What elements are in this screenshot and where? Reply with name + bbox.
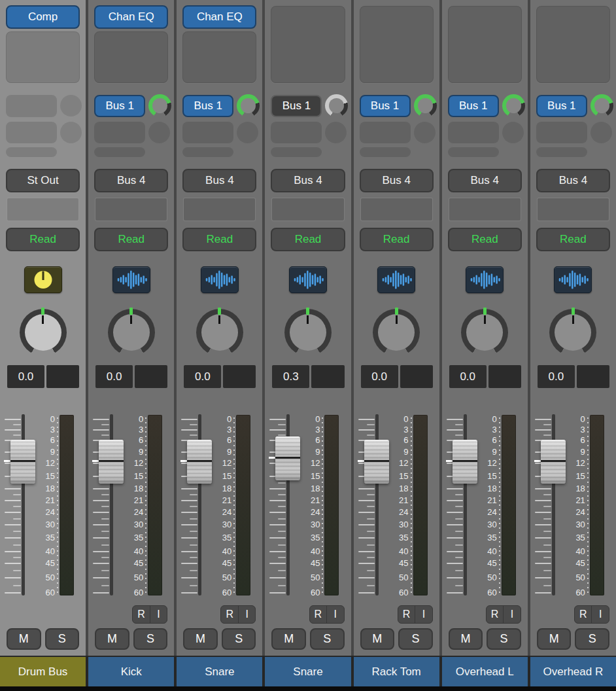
volume-display[interactable]: 0.0 [184,365,221,388]
send-level-knob[interactable] [502,94,525,117]
send-slot-collapsed[interactable] [448,147,499,157]
peak-display[interactable] [488,365,521,388]
audio-fx-area[interactable] [94,31,168,83]
solo-button[interactable]: S [222,628,256,650]
empty-send-slot[interactable] [271,122,322,143]
peak-display[interactable] [46,365,79,388]
record-enable-button[interactable]: R [487,606,504,623]
send-level-knob[interactable] [590,94,613,117]
track-icon-waveform[interactable] [466,266,504,293]
solo-button[interactable]: S [487,628,521,650]
peak-display[interactable] [400,365,433,388]
send-slot-collapsed[interactable] [271,147,322,157]
solo-button[interactable]: S [575,628,609,650]
volume-display[interactable]: 0.0 [538,365,575,388]
pan-knob[interactable] [196,309,243,356]
track-icon-knob[interactable] [24,266,62,293]
send-slot-collapsed[interactable] [94,147,145,157]
automation-mode-button[interactable]: Read [448,228,522,251]
volume-fader[interactable] [364,440,389,484]
send-slot-collapsed[interactable] [536,147,587,157]
record-input-buttons[interactable]: R I [486,605,521,624]
record-enable-button[interactable]: R [310,606,327,623]
volume-fader[interactable] [99,440,124,484]
volume-fader[interactable] [453,440,477,484]
output-button[interactable]: Bus 4 [271,169,345,192]
peak-display[interactable] [135,365,167,388]
record-input-buttons[interactable]: R I [574,605,609,624]
audio-fx-area[interactable] [182,31,256,83]
pan-knob[interactable] [373,309,420,356]
send-slot-button[interactable]: Bus 1 [536,95,587,117]
record-enable-button[interactable]: R [398,606,415,623]
track-name[interactable]: Drum Bus [0,656,86,686]
group-slot[interactable] [360,198,433,221]
peak-display[interactable] [311,365,344,388]
send-slot-collapsed[interactable] [182,147,233,157]
send-slot-button[interactable]: Bus 1 [271,95,322,117]
send-level-knob[interactable] [414,94,437,117]
send-level-knob[interactable] [237,94,260,117]
send-slot-button[interactable]: Bus 1 [448,95,499,117]
automation-mode-button[interactable]: Read [360,228,434,251]
track-icon-waveform[interactable] [201,266,239,293]
output-button[interactable]: Bus 4 [182,169,256,192]
output-button[interactable]: Bus 4 [360,169,434,192]
track-name[interactable]: Kick [88,656,174,686]
track-name[interactable]: Snare [177,656,262,686]
output-button[interactable]: Bus 4 [536,169,610,192]
volume-display[interactable]: 0.0 [95,365,133,388]
mute-button[interactable]: M [360,628,395,650]
automation-mode-button[interactable]: Read [94,228,168,251]
volume-fader[interactable] [10,440,35,484]
pan-knob[interactable] [284,309,332,356]
solo-button[interactable]: S [133,628,168,650]
send-slot-collapsed[interactable] [6,147,57,157]
input-monitor-button[interactable]: I [326,606,344,623]
track-name[interactable]: Overhead R [530,656,616,686]
record-enable-button[interactable]: R [221,606,238,623]
record-input-buttons[interactable]: R I [132,605,167,624]
volume-display[interactable]: 0.0 [361,365,398,388]
group-slot[interactable] [271,198,344,221]
pan-knob[interactable] [549,309,596,356]
input-monitor-button[interactable]: I [238,606,256,623]
pan-knob[interactable] [20,309,67,356]
audio-fx-area[interactable] [448,6,522,83]
send-slot-button[interactable]: Bus 1 [360,95,411,117]
automation-mode-button[interactable]: Read [536,228,610,251]
audio-fx-area[interactable] [536,6,610,83]
automation-mode-button[interactable]: Read [6,228,80,251]
solo-button[interactable]: S [398,628,433,650]
track-name[interactable]: Overhead L [442,656,528,686]
empty-send-slot[interactable] [6,95,57,117]
record-input-buttons[interactable]: R I [398,605,433,624]
audio-fx-area[interactable] [6,31,80,83]
mute-button[interactable]: M [271,628,306,650]
mute-button[interactable]: M [449,628,483,650]
empty-send-slot[interactable] [536,122,587,143]
output-button[interactable]: Bus 4 [94,169,168,192]
audio-fx-area[interactable] [271,6,345,83]
automation-mode-button[interactable]: Read [182,228,256,251]
input-monitor-button[interactable]: I [591,606,609,623]
send-slot-button[interactable]: Bus 1 [94,95,145,117]
group-slot[interactable] [95,198,167,221]
empty-send-slot[interactable] [182,122,233,143]
insert-plugin-button[interactable]: Comp [6,5,80,29]
mute-button[interactable]: M [537,628,572,650]
volume-display[interactable]: 0.3 [272,365,309,388]
volume-fader[interactable] [541,440,566,484]
group-slot[interactable] [7,198,79,221]
volume-fader[interactable] [187,440,212,484]
record-enable-button[interactable]: R [575,606,592,623]
group-slot[interactable] [537,198,609,221]
volume-fader[interactable] [275,436,300,480]
insert-plugin-button[interactable]: Chan EQ [182,5,256,29]
send-level-knob[interactable] [325,94,348,117]
peak-display[interactable] [223,365,256,388]
empty-send-slot[interactable] [94,122,145,143]
empty-send-slot[interactable] [448,122,499,143]
solo-button[interactable]: S [310,628,345,650]
send-slot-collapsed[interactable] [360,147,411,157]
